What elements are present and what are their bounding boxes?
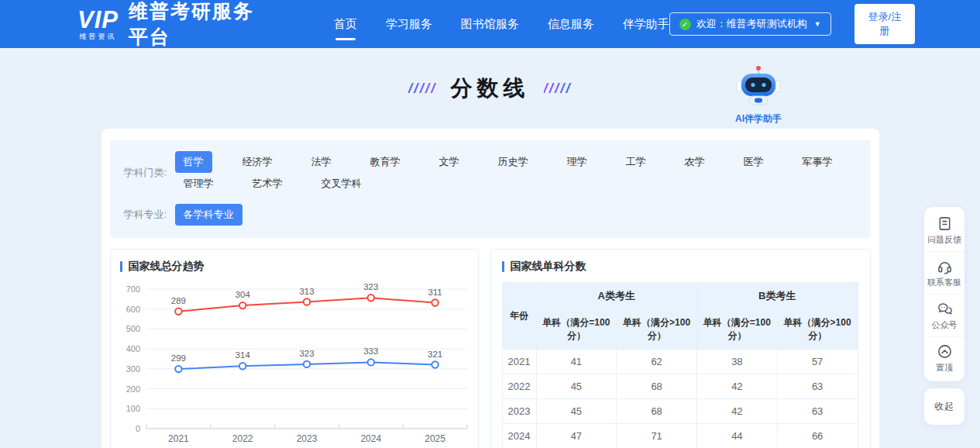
year-cell: 2024 [502,424,536,448]
score-cell: 47 [536,424,617,448]
major-filter-items: 各学科专业 [175,204,242,226]
filter-category-chip[interactable]: 哲学 [175,151,212,173]
filter-category-chip[interactable]: 农学 [676,151,714,173]
trend-chart-title-row: 国家线总分趋势 [120,260,470,274]
svg-text:299: 299 [170,353,185,363]
svg-text:2021: 2021 [168,433,189,444]
svg-text:2023: 2023 [296,433,317,444]
login-register-button[interactable]: 登录/注册 [854,4,915,44]
subject-score-panel: 国家线单科分数 年份 A类考生 B类考生 单科（满分=100分） 单科（满分>1… [490,249,871,448]
svg-text:700: 700 [126,284,139,294]
filter-category-chip[interactable]: 军事学 [794,151,841,173]
score-cell: 63 [777,374,858,399]
nav-item[interactable]: 信息服务 [548,12,594,36]
tool-label: 置顶 [936,362,953,374]
logo-subtext: 维普资讯 [79,33,116,40]
svg-text:200: 200 [126,384,139,394]
svg-text:311: 311 [428,288,442,297]
check-icon: ✓ [679,19,691,30]
platform-title: 维普考研服务平台 [129,0,267,50]
filter-category-chip[interactable]: 交叉学科 [313,173,370,195]
category-filter-label: 学科门类: [124,166,175,180]
major-filter-label: 学科专业: [124,208,175,222]
contact-support-button[interactable]: 联系客服 [924,251,965,294]
ai-assistant-robot-icon [736,65,781,109]
svg-text:300: 300 [126,364,139,374]
filter-category-chip[interactable]: 经济学 [234,151,281,173]
svg-text:333: 333 [363,346,378,356]
trend-line-chart[interactable]: 0100200300400500600700202120222023202420… [120,277,470,448]
main-nav: 首页学习服务图书馆服务信息服务伴学助手 [334,12,669,36]
table-row: 202141623857 [502,350,858,374]
svg-text:313: 313 [299,287,314,296]
welcome-account-dropdown[interactable]: ✓ 欢迎：维普考研测试机构 ▼ [669,12,831,36]
nav-item[interactable]: 首页 [334,12,357,36]
nav-item[interactable]: 图书馆服务 [461,12,519,36]
filter-category-chip[interactable]: 文学 [431,151,468,173]
collapse-toolbar-button[interactable]: 收起 [924,388,965,425]
tool-label: 联系客服 [927,277,961,288]
trend-chart-title: 国家线总分趋势 [129,260,205,274]
page-title: 分数线 [451,74,530,103]
score-cell: 68 [617,399,697,424]
side-toolbar-card: 问题反馈 联系客服 公众号 置顶 [924,207,965,381]
main-content-card: 学科门类: 哲学经济学法学教育学文学历史学理学工学农学医学军事学管理学艺术学交叉… [101,129,879,448]
wechat-icon [937,301,953,317]
score-cell: 66 [777,424,858,448]
svg-text:2022: 2022 [232,433,253,444]
title-decor-right: ///// [544,80,572,97]
svg-text:323: 323 [363,282,378,291]
score-cell: 57 [777,350,858,374]
nav-item[interactable]: 伴学助手 [623,12,669,36]
title-decor-left: ///// [408,80,436,97]
subject-score-table: 年份 A类考生 B类考生 单科（满分=100分） 单科（满分>100分） 单科（… [502,282,858,448]
filter-category-chip[interactable]: 理学 [559,151,596,173]
filter-category-chip[interactable]: 管理学 [175,173,222,195]
year-cell: 2023 [502,399,536,424]
filter-category-chip[interactable]: 医学 [735,151,772,173]
tool-label: 公众号 [932,319,958,331]
ai-assistant-label: AI伴学助手 [733,112,784,126]
score-cell: 45 [536,374,617,399]
welcome-text: 欢迎：维普考研测试机构 [696,17,807,31]
logo[interactable]: VIP 维普资讯 维普考研服务平台 [77,0,267,50]
back-to-top-button[interactable]: 置顶 [924,336,965,379]
page-title-section: ///// 分数线 ///// [0,48,980,129]
sub-header: 单科（满分=100分） [697,310,778,350]
year-cell: 2022 [502,374,536,399]
filter-category-chip[interactable]: 艺术学 [244,173,291,195]
caret-down-icon: ▼ [814,20,821,28]
svg-text:600: 600 [126,305,139,314]
filter-category-chip[interactable]: 工学 [617,151,655,173]
svg-text:0: 0 [135,424,139,433]
nav-item[interactable]: 学习服务 [386,12,432,36]
score-table-title: 国家线单科分数 [511,260,586,274]
svg-text:2024: 2024 [360,433,381,444]
group-header-a: A类考生 [536,283,697,310]
svg-text:323: 323 [299,349,314,358]
filter-category-chip[interactable]: 法学 [303,151,340,173]
svg-text:500: 500 [126,324,139,333]
score-cell: 68 [617,374,697,399]
table-row: 202447714466 [502,424,858,448]
sub-header: 单科（满分>100分） [777,310,858,350]
official-account-button[interactable]: 公众号 [924,294,965,336]
score-cell: 42 [697,374,778,399]
score-table-title-row: 国家线单科分数 [502,260,858,274]
ai-assistant[interactable]: AI伴学助手 [733,65,784,126]
svg-text:321: 321 [428,350,442,359]
headset-icon [937,258,953,274]
filter-major-chip[interactable]: 各学科专业 [175,204,242,226]
trend-chart-panel: 国家线总分趋势 01002003004005006007002021202220… [110,249,479,448]
filter-category-chip[interactable]: 历史学 [490,151,537,173]
feedback-button[interactable]: 问题反馈 [924,209,965,251]
top-navbar: VIP 维普资讯 维普考研服务平台 首页学习服务图书馆服务信息服务伴学助手 ✓ … [0,0,980,48]
svg-text:2025: 2025 [425,433,445,444]
vip-logo-mark: VIP 维普资讯 [77,8,119,40]
filter-category-chip[interactable]: 教育学 [362,151,409,173]
svg-text:289: 289 [170,296,185,305]
score-cell: 42 [697,399,778,424]
year-column-header: 年份 [502,283,536,350]
tool-label: 问题反馈 [927,234,961,246]
score-cell: 62 [617,350,697,374]
